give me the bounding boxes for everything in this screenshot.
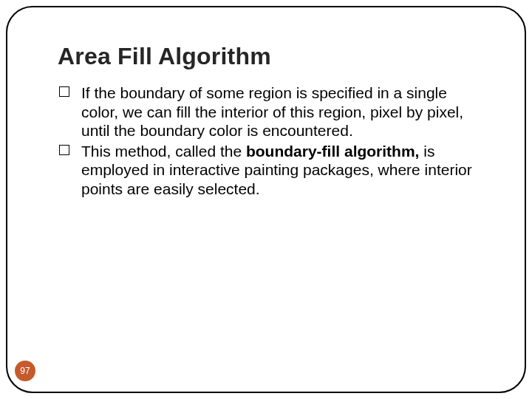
paragraph-text-bold: boundary-fill algorithm, — [246, 143, 420, 160]
slide: Area Fill Algorithm If the boundary of s… — [0, 0, 532, 399]
slide-title: Area Fill Algorithm — [58, 43, 488, 70]
page-number: 97 — [20, 366, 30, 376]
square-bullet-icon — [59, 145, 69, 155]
paragraph: If the boundary of some region is specif… — [58, 83, 488, 140]
paragraph: This method, called the boundary-fill al… — [58, 142, 488, 199]
page-number-badge: 97 — [15, 361, 35, 381]
slide-content: Area Fill Algorithm If the boundary of s… — [58, 43, 488, 200]
square-bullet-icon — [59, 86, 69, 97]
paragraph-text: If the boundary of some region is specif… — [81, 84, 463, 139]
slide-body: If the boundary of some region is specif… — [58, 83, 488, 199]
paragraph-text-lead: This method, called the — [81, 143, 246, 160]
